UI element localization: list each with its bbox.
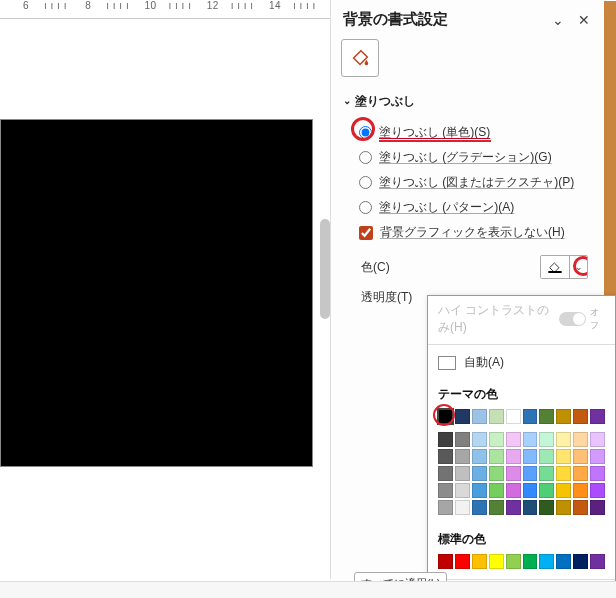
color-swatch[interactable] [539, 449, 554, 464]
radio-label: 塗りつぶし (単色)(S) [379, 124, 490, 141]
slide-area [0, 19, 330, 581]
color-swatch[interactable] [438, 500, 453, 515]
color-swatch[interactable] [539, 409, 554, 424]
color-picker-button[interactable]: ⌄ [540, 255, 588, 279]
color-swatch[interactable] [590, 483, 605, 498]
ruler: 6ı ı ı ı 8ı ı ı ı 10ı ı ı ı 12ı ı ı ı 14… [0, 0, 330, 19]
color-swatch[interactable] [573, 466, 588, 481]
color-swatch[interactable] [438, 466, 453, 481]
color-swatch[interactable] [489, 500, 504, 515]
color-swatch[interactable] [506, 500, 521, 515]
automatic-color-row[interactable]: 自動(A) [428, 347, 615, 378]
color-swatch[interactable] [590, 409, 605, 424]
color-swatch[interactable] [455, 466, 470, 481]
fill-picture-texture-radio[interactable]: 塗りつぶし (図またはテクスチャ)(P) [359, 170, 592, 195]
radio-input[interactable] [359, 151, 372, 164]
color-swatch[interactable] [489, 432, 504, 447]
radio-input[interactable] [359, 201, 372, 214]
color-swatch[interactable] [506, 466, 521, 481]
automatic-label: 自動(A) [464, 354, 504, 371]
fill-solid-radio[interactable]: 塗りつぶし (単色)(S) [359, 120, 592, 145]
color-swatch[interactable] [556, 432, 571, 447]
color-swatch[interactable] [523, 466, 538, 481]
color-swatch[interactable] [506, 432, 521, 447]
color-swatch[interactable] [573, 483, 588, 498]
color-swatch[interactable] [472, 449, 487, 464]
color-swatch[interactable] [472, 409, 487, 424]
color-swatch[interactable] [590, 449, 605, 464]
color-swatch[interactable] [556, 466, 571, 481]
color-swatch[interactable] [489, 554, 504, 569]
transparency-label: 透明度(T) [361, 289, 412, 306]
color-swatch[interactable] [523, 432, 538, 447]
color-swatch[interactable] [523, 449, 538, 464]
color-swatch[interactable] [472, 500, 487, 515]
color-swatch[interactable] [590, 466, 605, 481]
color-swatch[interactable] [438, 554, 453, 569]
color-swatch[interactable] [506, 483, 521, 498]
color-swatch[interactable] [523, 483, 538, 498]
close-icon[interactable]: ✕ [578, 12, 590, 28]
color-swatch[interactable] [489, 466, 504, 481]
color-swatch[interactable] [472, 466, 487, 481]
color-swatch[interactable] [472, 483, 487, 498]
color-swatch[interactable] [455, 500, 470, 515]
fill-gradient-radio[interactable]: 塗りつぶし (グラデーション)(G) [359, 145, 592, 170]
color-swatch[interactable] [506, 449, 521, 464]
color-swatch[interactable] [523, 409, 538, 424]
color-swatch[interactable] [472, 432, 487, 447]
color-swatch[interactable] [556, 409, 571, 424]
status-bar [0, 581, 616, 598]
checkbox-input[interactable] [359, 226, 373, 240]
color-swatch[interactable] [573, 554, 588, 569]
panel-title: 背景の書式設定 [343, 10, 448, 29]
chevron-down-icon[interactable]: ⌄ [552, 12, 564, 28]
color-swatch[interactable] [573, 409, 588, 424]
color-swatch[interactable] [455, 432, 470, 447]
color-swatch[interactable] [438, 483, 453, 498]
color-swatch[interactable] [455, 409, 470, 424]
color-swatch[interactable] [506, 409, 521, 424]
radio-input[interactable] [359, 176, 372, 189]
color-swatch[interactable] [573, 432, 588, 447]
color-swatch[interactable] [438, 432, 453, 447]
color-swatch[interactable] [573, 500, 588, 515]
color-dropdown-arrow[interactable]: ⌄ [569, 256, 587, 278]
color-swatch[interactable] [590, 432, 605, 447]
color-swatch[interactable] [556, 554, 571, 569]
color-swatch[interactable] [489, 483, 504, 498]
fill-pattern-radio[interactable]: 塗りつぶし (パターン)(A) [359, 195, 592, 220]
toggle-switch[interactable] [559, 312, 586, 326]
fill-section-header[interactable]: ⌄ 塗りつぶし [331, 89, 602, 114]
color-swatch[interactable] [539, 466, 554, 481]
color-swatch[interactable] [539, 483, 554, 498]
color-swatch[interactable] [523, 554, 538, 569]
color-swatch[interactable] [472, 554, 487, 569]
color-swatch[interactable] [489, 409, 504, 424]
color-swatch[interactable] [590, 554, 605, 569]
hide-background-graphics-checkbox[interactable]: 背景グラフィックを表示しない(H) [359, 220, 592, 245]
color-swatch[interactable] [455, 554, 470, 569]
color-swatch[interactable] [438, 409, 453, 424]
color-swatch[interactable] [438, 449, 453, 464]
radio-input[interactable] [359, 126, 372, 139]
color-swatch[interactable] [556, 500, 571, 515]
color-swatch[interactable] [556, 483, 571, 498]
color-swatch[interactable] [556, 449, 571, 464]
high-contrast-row[interactable]: ハイ コントラストのみ(H) オフ [428, 296, 615, 342]
color-swatch[interactable] [489, 449, 504, 464]
scrollbar[interactable] [320, 219, 330, 319]
section-label: 塗りつぶし [355, 93, 415, 110]
color-swatch[interactable] [455, 449, 470, 464]
color-swatch[interactable] [506, 554, 521, 569]
color-swatch[interactable] [523, 500, 538, 515]
color-swatch[interactable] [573, 449, 588, 464]
color-swatch[interactable] [539, 432, 554, 447]
toggle-text: オフ [590, 306, 605, 332]
slide-preview[interactable] [0, 119, 313, 467]
color-swatch[interactable] [455, 483, 470, 498]
fill-tab[interactable] [341, 39, 379, 77]
color-swatch[interactable] [539, 500, 554, 515]
color-swatch[interactable] [590, 500, 605, 515]
color-swatch[interactable] [539, 554, 554, 569]
